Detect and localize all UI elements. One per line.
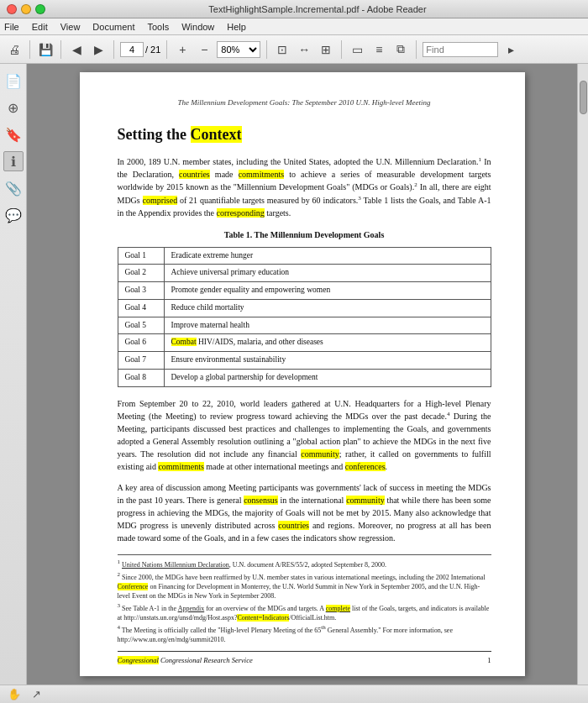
goal-description: Develop a global partnership for develop…	[164, 369, 491, 386]
footnote-2: 2 Since 2000, the MDGs have been reaffir…	[118, 571, 491, 601]
goal-label: Goal 2	[118, 265, 164, 282]
select-tool-icon[interactable]: ↗	[29, 687, 44, 702]
menu-file[interactable]: File	[4, 22, 19, 32]
goal-description: Combat HIV/AIDS, malaria, and other dise…	[164, 334, 491, 352]
highlight-complete: complete	[326, 605, 350, 612]
goal-label: Goal 8	[118, 369, 164, 386]
page-navigation: / 21	[120, 42, 160, 57]
back-icon[interactable]: ◀	[67, 40, 86, 59]
goal-label: Goal 5	[118, 317, 164, 334]
separator-1	[29, 40, 30, 59]
layers-panel-icon[interactable]: ⊕	[3, 97, 24, 118]
highlight-commitments-2: commitments	[158, 462, 203, 471]
zoom-out-icon[interactable]: −	[195, 40, 213, 59]
page-footer: Congressional Congressional Research Ser…	[118, 651, 491, 665]
menu-tools[interactable]: Tools	[148, 22, 170, 32]
highlight-congressional: Congressional	[118, 656, 159, 664]
bottom-toolbar: ✋ ↗	[0, 685, 588, 703]
table-title: Table 1. The Millennium Development Goal…	[118, 229, 491, 242]
page-number-input[interactable]	[120, 42, 144, 57]
highlight-countries-2: countries	[278, 521, 309, 530]
goal-description: Promote gender equality and empowering w…	[164, 282, 491, 300]
footnote-3: 3 See Table A-1 in the Appendix for an o…	[118, 602, 491, 622]
highlight-corresponding: corresponding	[217, 208, 265, 218]
goal-label: Goal 6	[118, 334, 164, 352]
menu-edit[interactable]: Edit	[32, 22, 48, 32]
separator-2	[60, 40, 61, 59]
table-container: Table 1. The Millennium Development Goal…	[118, 229, 491, 387]
footnote-1-title: United Nations Millennium Declaration	[122, 561, 229, 569]
section-title-plain: Setting the	[118, 126, 191, 143]
forward-icon[interactable]: ▶	[89, 40, 108, 59]
comments-panel-icon[interactable]: 💬	[3, 205, 24, 225]
highlight-comprised: comprised	[143, 196, 178, 205]
window-title: TextHighlightSample.Incremental.pdf - Ad…	[54, 4, 581, 14]
left-panel: 📄 ⊕ 🔖 ℹ 📎 💬	[0, 64, 27, 685]
separator-7	[416, 40, 417, 59]
mdg-table: Goal 1 Eradicate extreme hunger Goal 2 A…	[118, 247, 491, 387]
footnotes: 1 United Nations Millennium Declaration,…	[118, 554, 491, 644]
footnote-1: 1 United Nations Millennium Declaration,…	[118, 559, 491, 569]
goal-description: Ensure environmental sustainability	[164, 352, 491, 370]
window-controls[interactable]	[7, 4, 45, 14]
body-paragraph-2: From September 20 to 22, 2010, world lea…	[118, 397, 491, 473]
right-scrollbar[interactable]	[577, 64, 588, 685]
menu-window[interactable]: Window	[181, 22, 214, 32]
goal-label: Goal 1	[118, 247, 164, 265]
zoom-select[interactable]: 80% 100% 125%	[217, 41, 260, 58]
maximize-button[interactable]	[35, 4, 45, 14]
body-paragraph-1: In 2000, 189 U.N. member states, includi…	[118, 155, 491, 219]
scrollbar-thumb[interactable]	[580, 81, 587, 114]
goal-label: Goal 7	[118, 352, 164, 370]
print-icon[interactable]: 🖨	[5, 40, 24, 59]
goal-description: Reduce child mortality	[164, 299, 491, 317]
save-icon[interactable]: 💾	[36, 40, 55, 59]
main-container: 📄 ⊕ 🔖 ℹ 📎 💬 The Millennium Development G…	[0, 64, 588, 685]
table-row: Goal 7 Ensure environmental sustainabili…	[118, 352, 491, 370]
zoom-in-icon[interactable]: +	[173, 40, 192, 59]
table-row: Goal 8 Develop a global partnership for …	[118, 369, 491, 386]
separator-6	[341, 40, 342, 59]
close-button[interactable]	[7, 4, 17, 14]
menu-help[interactable]: Help	[227, 22, 246, 32]
minimize-button[interactable]	[21, 4, 31, 14]
search-next-icon[interactable]: ▸	[501, 40, 520, 59]
highlight-countries: countries	[179, 170, 210, 179]
table-row: Goal 5 Improve maternal health	[118, 317, 491, 334]
search-input[interactable]	[423, 42, 498, 57]
menu-document[interactable]: Document	[92, 22, 134, 32]
separator-3	[113, 40, 114, 59]
separator-4	[166, 40, 167, 59]
attach-panel-icon[interactable]: 📎	[3, 178, 24, 198]
title-bar: TextHighlightSample.Incremental.pdf - Ad…	[0, 0, 588, 18]
document-area: The Millennium Development Goals: The Se…	[27, 64, 577, 685]
menu-view[interactable]: View	[60, 22, 81, 32]
goal-description: Eradicate extreme hunger	[164, 247, 491, 265]
table-row: Goal 2 Achieve universal primary educati…	[118, 265, 491, 282]
continuous-icon[interactable]: ≡	[370, 40, 388, 59]
pages-panel-icon[interactable]: 📄	[3, 71, 24, 91]
menu-bar: File Edit View Document Tools Window Hel…	[0, 18, 588, 35]
highlight-combat: Combat	[171, 338, 197, 346]
fit-width-icon[interactable]: ↔	[295, 40, 313, 59]
fit-page-icon[interactable]: ⊡	[273, 40, 291, 59]
goal-description: Improve maternal health	[164, 317, 491, 334]
info-panel-icon[interactable]: ℹ	[3, 151, 24, 171]
single-page-icon[interactable]: ▭	[348, 40, 366, 59]
separator-5	[266, 40, 267, 59]
highlight-commitments-1: commitments	[239, 170, 284, 179]
goal-label: Goal 4	[118, 299, 164, 317]
bookmarks-panel-icon[interactable]: 🔖	[3, 124, 24, 144]
section-title-highlight: Context	[191, 126, 242, 143]
footnote-4: 4 The Meeting is officially called the "…	[118, 624, 491, 644]
toolbar: 🖨 💾 ◀ ▶ / 21 + − 80% 100% 125% ⊡ ↔ ⊞ ▭ ≡…	[0, 35, 588, 64]
highlight-consensus: consensus	[244, 496, 278, 505]
page-separator: / 21	[145, 45, 160, 55]
page-header: The Millennium Development Goals: The Se…	[118, 97, 491, 108]
facing-icon[interactable]: ⧉	[391, 40, 410, 59]
hand-tool-icon[interactable]: ✋	[7, 687, 22, 702]
table-row: Goal 6 Combat HIV/AIDS, malaria, and oth…	[118, 334, 491, 352]
actual-size-icon[interactable]: ⊞	[317, 40, 335, 59]
pdf-page: The Millennium Development Goals: The Se…	[80, 72, 525, 676]
body-paragraph-3: A key area of discussion among Meeting p…	[118, 481, 491, 544]
